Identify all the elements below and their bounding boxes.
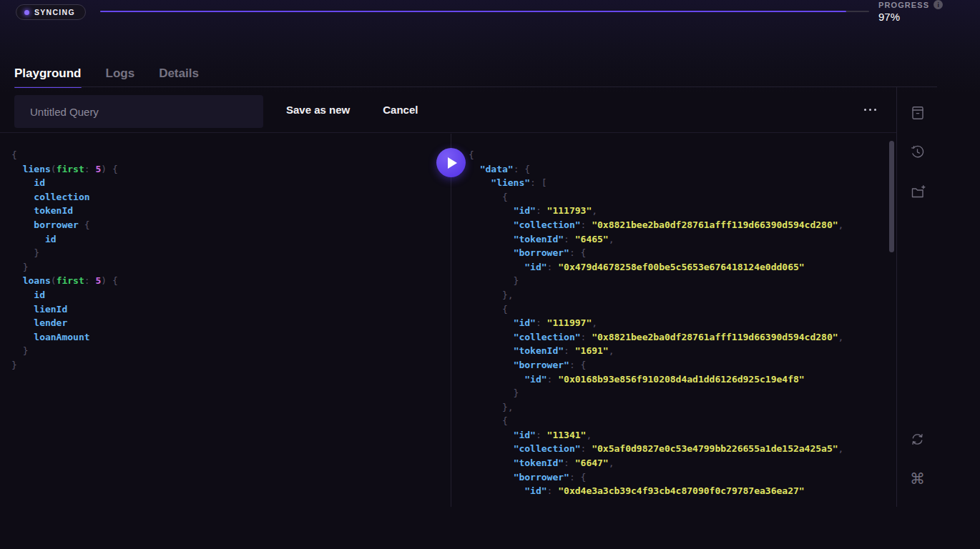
syncing-label: SYNCING: [34, 8, 75, 16]
code-line: "liens": [: [469, 176, 896, 190]
code-line: "data": {: [469, 162, 896, 177]
syncing-dot-icon: [24, 10, 29, 15]
code-line: }: [11, 246, 451, 260]
tab-details[interactable]: Details: [159, 66, 199, 87]
code-line: }: [469, 386, 896, 400]
code-line: {: [469, 414, 896, 428]
play-icon: [448, 157, 457, 169]
code-line: collection: [11, 190, 451, 204]
progress-label: PROGRESS: [878, 1, 929, 9]
editor-area: { liens(first: 5) { id collection tokenI…: [0, 134, 896, 507]
code-line: {: [11, 148, 451, 162]
subgraph-playground-page: SYNCING PROGRESS i 97% Playground Logs D…: [0, 0, 980, 549]
code-line: {: [469, 190, 896, 204]
code-line: },: [469, 288, 896, 302]
results-scrollbar[interactable]: [889, 141, 894, 252]
code-line: "borrower": {: [469, 358, 896, 372]
code-line: }: [11, 260, 451, 274]
code-line: "collection": "0x8821bee2ba0df28761afff1…: [469, 330, 896, 345]
code-line: liens(first: 5) {: [11, 162, 451, 177]
code-line: "borrower": {: [469, 246, 896, 260]
sync-progress-bar: [100, 11, 869, 12]
code-line: id: [11, 288, 451, 302]
query-toolbar: Save as new Cancel: [0, 87, 896, 133]
sync-progress-fill: [100, 11, 846, 12]
code-line: {: [469, 302, 896, 317]
save-as-new-button[interactable]: Save as new: [286, 104, 350, 116]
graphql-query-editor[interactable]: { liens(first: 5) { id collection tokenI…: [0, 134, 451, 507]
query-name-input[interactable]: [14, 95, 263, 128]
code-line: "tokenId": "6465",: [469, 232, 896, 247]
code-line: "id": "11341",: [469, 428, 896, 442]
code-line: borrower {: [11, 218, 451, 232]
tools-sidebar: ⌘: [896, 87, 938, 507]
more-options-icon: [864, 109, 866, 111]
run-query-button[interactable]: [436, 148, 466, 177]
new-folder-icon[interactable]: [908, 182, 926, 200]
code-line: tokenId: [11, 204, 451, 218]
command-shortcuts-icon[interactable]: ⌘: [908, 470, 926, 488]
code-line: "id": "0xd4e3a3cb39c4f93cb4c87090f0c7978…: [469, 484, 896, 498]
code-line: id: [11, 176, 451, 190]
code-line: "id": "111793",: [469, 204, 896, 218]
code-line: loanAmount: [11, 330, 451, 345]
cancel-button[interactable]: Cancel: [383, 104, 418, 116]
more-options-button[interactable]: [863, 104, 878, 115]
tab-logs[interactable]: Logs: [106, 66, 135, 87]
saved-queries-icon[interactable]: [908, 104, 926, 122]
code-line: "collection": "0x8821bee2ba0df28761afff1…: [469, 218, 896, 232]
code-line: "id": "111997",: [469, 316, 896, 330]
code-line: }: [469, 274, 896, 288]
code-line: "id": "0x0168b93e856f910208d4ad1dd6126d9…: [469, 372, 896, 387]
info-icon[interactable]: i: [934, 0, 943, 9]
code-line: loans(first: 5) {: [11, 274, 451, 288]
progress-meta: PROGRESS i 97%: [878, 0, 943, 23]
code-line: id: [11, 232, 451, 247]
progress-value: 97%: [878, 11, 943, 23]
code-line: "borrower": {: [469, 470, 896, 485]
code-line: {: [469, 148, 896, 162]
code-line: "id": "0x479d4678258ef00be5c5653e6764181…: [469, 260, 896, 274]
history-icon[interactable]: [908, 143, 926, 161]
tab-bar: Playground Logs Details: [0, 66, 980, 87]
query-results-panel: { "data": { "liens": [ { "id": "111793",…: [451, 134, 896, 507]
code-line: "collection": "0x5af0d9827e0c53e4799bb22…: [469, 442, 896, 456]
code-line: lender: [11, 316, 451, 330]
code-line: }: [11, 344, 451, 358]
tab-playground[interactable]: Playground: [14, 66, 82, 87]
code-line: "tokenId": "1691",: [469, 344, 896, 358]
syncing-badge: SYNCING: [16, 4, 86, 20]
code-line: "tokenId": "6647",: [469, 456, 896, 470]
code-line: lienId: [11, 302, 451, 317]
code-line: }: [11, 358, 451, 372]
refresh-icon[interactable]: [908, 430, 926, 448]
code-line: },: [469, 400, 896, 415]
